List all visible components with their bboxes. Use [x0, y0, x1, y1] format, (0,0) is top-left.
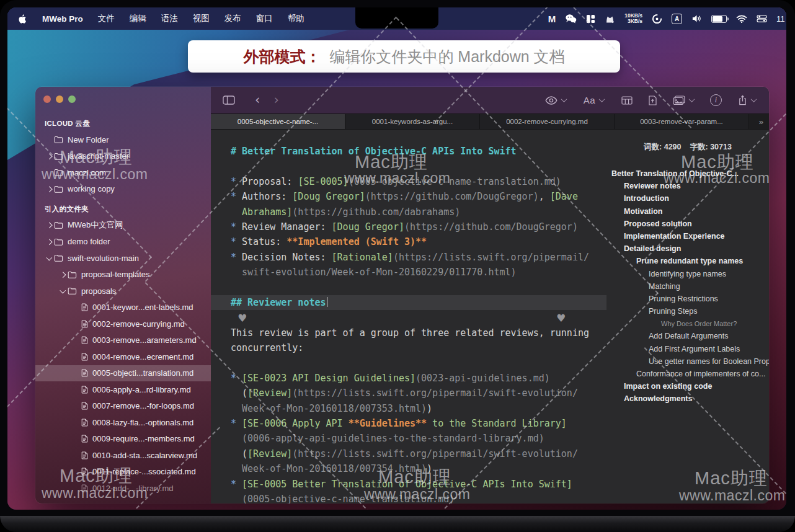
menu-item[interactable]: 语法: [161, 13, 178, 24]
zoom-button[interactable]: [68, 95, 76, 103]
outline-item[interactable]: Identifying type names: [606, 268, 769, 280]
back-button[interactable]: ‹: [251, 91, 264, 110]
document-tab[interactable]: 0002-remove-currying.md: [480, 114, 615, 129]
outline-item[interactable]: Pruning Restrictions: [606, 293, 769, 305]
apple-icon[interactable]: [18, 13, 27, 24]
document-tab[interactable]: 0005-objective-c-name-...: [211, 114, 345, 129]
sidebar-folder-item[interactable]: proposal-templates: [35, 267, 211, 283]
tab-overflow-button[interactable]: »: [749, 114, 769, 129]
outline-item[interactable]: Prune redundant type names: [606, 255, 769, 267]
forward-button[interactable]: ›: [269, 91, 283, 110]
outline-item[interactable]: Use getter names for Boolean Proper...: [606, 355, 769, 368]
outline-item[interactable]: Proposed solution: [606, 218, 769, 230]
outline-item[interactable]: Introduction: [606, 192, 769, 205]
editor-line: This review is part of a group of three …: [231, 326, 606, 340]
info-button[interactable]: i: [706, 91, 726, 110]
sidebar-tree: ICLOUD 云盘New Folderjavascript-mastermacz…: [35, 115, 211, 503]
network-speed[interactable]: 10KB/s3KB/s: [624, 13, 642, 24]
editor-line: concurrently:: [231, 340, 606, 355]
outline-item[interactable]: Why Does Order Matter?: [606, 317, 769, 330]
sidebar-doc-item[interactable]: 0001-keywor...ent-labels.md: [35, 299, 211, 316]
menu-item[interactable]: 帮助: [288, 13, 304, 24]
mail-icon[interactable]: M: [548, 13, 556, 24]
outline-item[interactable]: Better Translation of Objective-C...: [606, 167, 769, 180]
minimize-button[interactable]: [56, 95, 63, 103]
sidebar-folder-item[interactable]: MWeb中文官网: [35, 217, 211, 234]
sidebar-doc-item[interactable]: 0012-add-...-library.md: [35, 480, 211, 497]
insert-image-button[interactable]: [668, 91, 698, 110]
content-area: # Better Translation of Objective-C APIs…: [211, 130, 769, 503]
close-button[interactable]: [43, 95, 51, 103]
sidebar-folder-item[interactable]: swift-evolution-main: [35, 250, 211, 267]
swirl-icon[interactable]: [652, 13, 662, 24]
doc-icon: [81, 468, 88, 476]
outline-item[interactable]: Acknowledgments: [606, 392, 769, 405]
menu-item[interactable]: MWeb Pro: [42, 14, 83, 24]
outline-item[interactable]: Add First Argument Labels: [606, 343, 769, 355]
document-tab[interactable]: 0003-remove-var-param...: [615, 114, 749, 129]
outline-item[interactable]: Impact on existing code: [606, 380, 769, 392]
disclosure-chevron-icon[interactable]: [58, 290, 68, 293]
format-button[interactable]: Aa: [579, 91, 608, 110]
clock[interactable]: 11: [776, 14, 785, 24]
disclosure-chevron-icon[interactable]: [44, 187, 54, 192]
sidebar-doc-item[interactable]: 0010-add-sta...scalarview.md: [35, 447, 211, 464]
disclosure-chevron-icon[interactable]: [44, 240, 54, 244]
menu-item[interactable]: 编辑: [130, 13, 146, 24]
sidebar-toggle-button[interactable]: [218, 91, 239, 110]
sidebar-doc-item[interactable]: 0008-lazy-fla...-optionals.md: [35, 414, 211, 431]
share-button[interactable]: [734, 91, 760, 110]
outline-item[interactable]: Add Default Arguments: [606, 330, 769, 342]
outline-item[interactable]: Motivation: [606, 205, 769, 218]
sidebar-section-header: ICLOUD 云盘: [35, 115, 211, 131]
sidebar-folder-item[interactable]: working copy: [35, 181, 211, 198]
disclosure-chevron-icon[interactable]: [44, 154, 54, 159]
wechat-icon[interactable]: [565, 13, 577, 24]
control-center-icon[interactable]: [757, 13, 767, 24]
cat-icon[interactable]: [605, 13, 615, 24]
markdown-editor[interactable]: # Better Translation of Objective-C APIs…: [211, 130, 606, 503]
sidebar-folder-item[interactable]: maczl.com: [35, 164, 211, 181]
sidebar-doc-item[interactable]: 0011-replace-...ssociated.md: [35, 464, 211, 481]
sidebar-item-label: MWeb中文官网: [68, 219, 123, 231]
heart-icon: ♥: [238, 311, 247, 326]
wifi-icon[interactable]: [736, 13, 747, 24]
table-button[interactable]: [617, 91, 637, 110]
sidebar-doc-item[interactable]: 0009-require...-members.md: [35, 431, 211, 448]
sidebar-doc-item[interactable]: 0004-remove...ecrement.md: [35, 348, 211, 365]
window-manager-icon[interactable]: [586, 13, 595, 24]
volume-icon[interactable]: [691, 13, 702, 24]
sidebar-folder-item[interactable]: New Folder: [35, 131, 211, 148]
menu-item[interactable]: 视图: [193, 13, 210, 24]
document-tab[interactable]: 0001-keywords-as-argu...: [345, 114, 480, 129]
tab-bar: 0005-objective-c-name-...0001-keywords-a…: [211, 113, 769, 130]
sidebar-doc-item[interactable]: 0005-objecti...translation.md: [35, 365, 211, 382]
folder-icon: [54, 185, 63, 193]
outline-item[interactable]: Conformance of implementers of co...: [606, 368, 769, 380]
sidebar-folder-item[interactable]: demo folder: [35, 234, 211, 250]
menu-left: MWeb Pro文件编辑语法视图发布窗口帮助: [7, 13, 304, 24]
menu-item[interactable]: 文件: [98, 13, 115, 24]
sidebar-doc-item[interactable]: 0007-remove...-for-loops.md: [35, 398, 211, 415]
outline-item[interactable]: Implementation Experience: [606, 230, 769, 242]
battery-icon[interactable]: [711, 15, 727, 23]
sidebar-doc-item[interactable]: 0003-remove...arameters.md: [35, 332, 211, 349]
disclosure-chevron-icon[interactable]: [58, 273, 68, 277]
outline-item[interactable]: Detailed design: [606, 242, 769, 255]
disclosure-chevron-icon[interactable]: [44, 257, 54, 260]
sidebar-folder-item[interactable]: proposals: [35, 283, 211, 299]
menu-item[interactable]: 窗口: [256, 13, 273, 24]
menu-item[interactable]: 发布: [224, 13, 241, 24]
outline-item[interactable]: Pruning Steps: [606, 305, 769, 317]
preview-button[interactable]: [541, 91, 571, 110]
sidebar-doc-item[interactable]: 0006-apply-a...rd-library.md: [35, 381, 211, 398]
sidebar-doc-item[interactable]: 0002-remove-currying.md: [35, 316, 211, 332]
editor-line: ♥♥: [231, 310, 606, 325]
sidebar-folder-item[interactable]: javascript-master: [35, 148, 211, 165]
new-from-template-button[interactable]: [644, 91, 661, 110]
outline-item[interactable]: Matching: [606, 280, 769, 293]
disclosure-chevron-icon[interactable]: [44, 223, 54, 228]
input-source-icon[interactable]: A: [672, 14, 682, 24]
outline-item[interactable]: Reviewer notes: [606, 180, 769, 192]
sidebar-item-label: 0012-add-...-library.md: [92, 484, 174, 493]
